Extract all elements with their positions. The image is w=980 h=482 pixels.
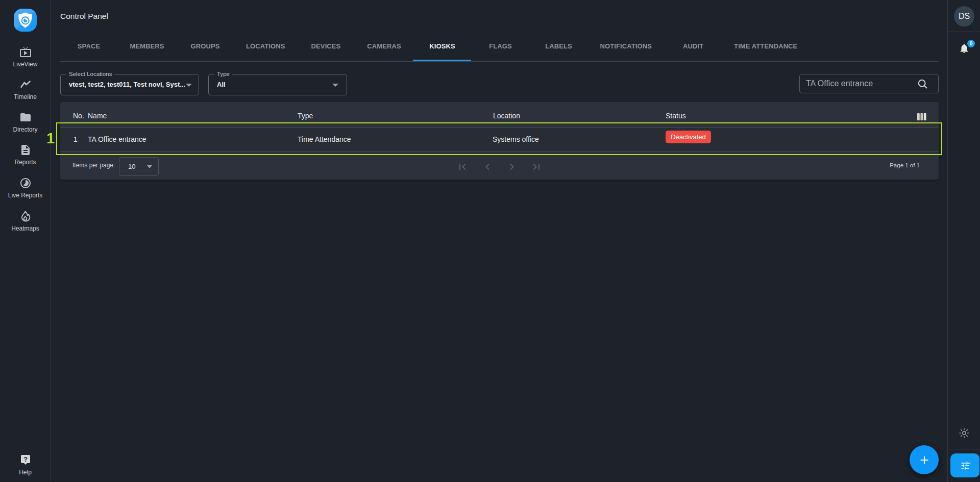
svg-text:?: ? <box>23 455 28 463</box>
